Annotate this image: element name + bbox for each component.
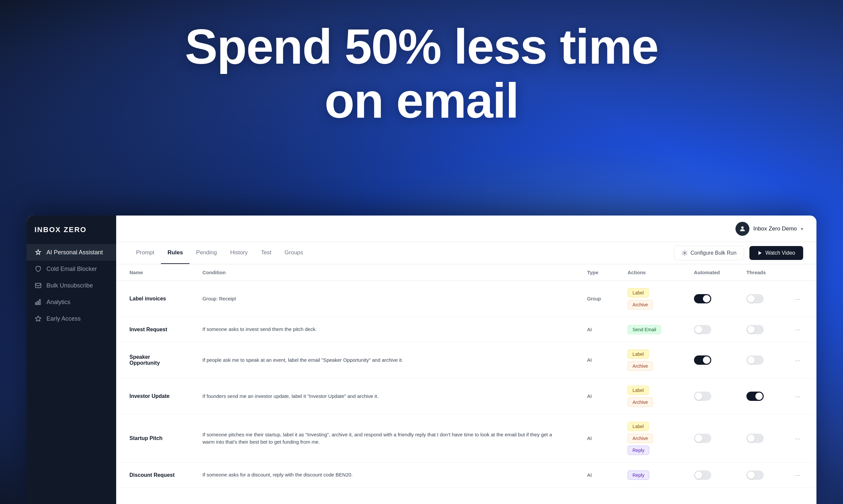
sidebar-item-ai-assistant[interactable]: AI Personal Assistant [27, 244, 116, 260]
action-badge-send-email[interactable]: Send Email [627, 325, 661, 334]
more-menu-button[interactable]: ··· [792, 324, 803, 335]
rule-type-cell: AI [574, 342, 614, 378]
svg-rect-2 [37, 301, 38, 305]
rule-more-cell: ··· [779, 414, 816, 463]
sidebar-item-analytics[interactable]: Analytics [27, 294, 116, 310]
rule-name-cell: Investor Update [116, 378, 189, 414]
rule-threads-cell [733, 463, 779, 488]
rule-automated-cell [681, 463, 733, 488]
hero-title: Spend 50% less time on email [13, 20, 830, 128]
sidebar-item-label: Analytics [47, 299, 70, 306]
tab-groups[interactable]: Groups [278, 242, 310, 264]
rule-name-cell: Label invoices [116, 281, 189, 317]
user-name: Inbox Zero Demo [753, 226, 797, 232]
sidebar-logo: INBOX ZERO [27, 226, 116, 244]
threads-toggle[interactable] [746, 434, 764, 443]
action-badge-archive[interactable]: Archive [627, 398, 653, 407]
table-row: Startup PitchIf someone pitches me their… [116, 414, 816, 463]
action-badge-archive[interactable]: Archive [627, 361, 653, 371]
tab-pending[interactable]: Pending [190, 242, 223, 264]
threads-toggle[interactable] [746, 392, 764, 401]
col-header-more [779, 264, 816, 281]
user-menu[interactable]: Inbox Zero Demo ▾ [736, 222, 803, 236]
sidebar-item-bulk-unsubscribe[interactable]: Bulk Unsubscribe [27, 277, 116, 294]
sidebar-item-cold-email[interactable]: Cold Email Blocker [27, 260, 116, 277]
svg-marker-7 [759, 251, 762, 255]
action-badge-reply[interactable]: Reply [627, 470, 650, 480]
rule-name: Label invoices [130, 296, 166, 301]
tab-history[interactable]: History [223, 242, 254, 264]
action-badge-label[interactable]: Label [627, 288, 649, 298]
rule-more-cell: ··· [779, 317, 816, 342]
threads-toggle[interactable] [746, 294, 764, 303]
threads-toggle[interactable] [746, 356, 764, 365]
rule-condition: If founders send me an investor update, … [203, 393, 378, 399]
rule-type: Group [587, 296, 601, 301]
sparkles-icon [35, 249, 42, 256]
more-menu-button[interactable]: ··· [792, 433, 803, 444]
automated-toggle[interactable] [694, 325, 711, 334]
rule-condition: If someone asks for a discount, reply wi… [203, 472, 353, 478]
more-menu-button[interactable]: ··· [792, 355, 803, 365]
rule-threads-cell [733, 414, 779, 463]
watch-video-button[interactable]: Watch Video [750, 246, 803, 260]
sidebar: INBOX ZERO AI Personal Assistant Cold Em… [27, 216, 116, 504]
svg-marker-4 [35, 316, 41, 321]
rule-name-cell: Discount Request [116, 463, 189, 488]
action-badge-reply[interactable]: Reply [627, 446, 650, 455]
rule-threads-cell [733, 317, 779, 342]
rule-type-cell: AI [574, 378, 614, 414]
automated-toggle[interactable] [694, 294, 711, 303]
rule-more-cell: ··· [779, 342, 816, 378]
rule-type: AI [587, 435, 592, 441]
threads-toggle[interactable] [746, 470, 764, 480]
col-header-type: Type [574, 264, 614, 281]
automated-toggle[interactable] [694, 470, 711, 480]
automated-toggle[interactable] [694, 434, 711, 443]
rule-actions-cell: Reply [614, 463, 681, 488]
col-header-automated: Automated [681, 264, 733, 281]
configure-icon [682, 250, 688, 256]
configure-bulk-run-button[interactable]: Configure Bulk Run [674, 246, 744, 260]
tab-test[interactable]: Test [254, 242, 278, 264]
rule-condition-cell: If founders send me an investor update, … [189, 378, 574, 414]
sidebar-item-label: AI Personal Assistant [47, 249, 103, 256]
sidebar-item-label: Cold Email Blocker [47, 266, 97, 273]
more-menu-button[interactable]: ··· [792, 391, 803, 401]
action-badge-label[interactable]: Label [627, 422, 649, 431]
rule-automated-cell [681, 342, 733, 378]
more-menu-button[interactable]: ··· [792, 294, 803, 304]
rule-more-cell: ··· [779, 281, 816, 317]
rule-type: AI [587, 327, 592, 332]
table-row: Label invoicesGroup: ReceiptGroupLabelAr… [116, 281, 816, 317]
rule-name: Speaker Opportunity [130, 354, 160, 366]
rule-name-cell: Invest Request [116, 317, 189, 342]
rule-automated-cell [681, 317, 733, 342]
rule-type-cell: AI [574, 317, 614, 342]
action-badge-archive[interactable]: Archive [627, 434, 653, 443]
automated-toggle[interactable] [694, 392, 711, 401]
rule-threads-cell [733, 342, 779, 378]
rule-condition-cell: If someone asks to invest send them the … [189, 317, 574, 342]
automated-toggle[interactable] [694, 356, 711, 365]
tab-prompt[interactable]: Prompt [130, 242, 161, 264]
rule-automated-cell [681, 378, 733, 414]
action-badge-label[interactable]: Label [627, 349, 649, 359]
sidebar-item-early-access[interactable]: Early Access [27, 310, 116, 327]
shield-icon [35, 265, 42, 273]
threads-toggle[interactable] [746, 325, 764, 334]
rule-actions-cell: LabelArchive [614, 378, 681, 414]
action-badge-label[interactable]: Label [627, 385, 649, 395]
rules-table-container: Name Condition Type Actions Automated Th… [116, 264, 816, 504]
rule-type: AI [587, 393, 592, 399]
rule-automated-cell [681, 414, 733, 463]
tab-rules[interactable]: Rules [161, 242, 190, 264]
svg-rect-1 [35, 303, 36, 305]
rule-more-cell: ··· [779, 378, 816, 414]
chart-icon [35, 299, 42, 306]
rule-condition-cell: If people ask me to speak at an event, l… [189, 342, 574, 378]
col-header-actions: Actions [614, 264, 681, 281]
action-badge-archive[interactable]: Archive [627, 300, 653, 309]
rule-actions-cell: LabelArchive [614, 342, 681, 378]
more-menu-button[interactable]: ··· [792, 470, 803, 480]
